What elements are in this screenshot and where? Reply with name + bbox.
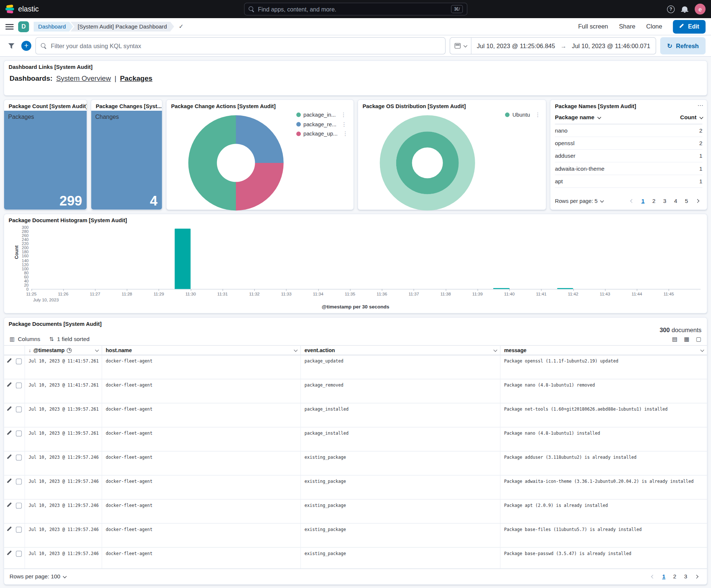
rows-per-page-selector[interactable]: Rows per page: 5: [555, 198, 603, 204]
calendar-dropdown-button[interactable]: [450, 38, 471, 54]
kql-search-box[interactable]: [36, 37, 445, 54]
page-number-button[interactable]: 4: [671, 196, 681, 206]
share-button[interactable]: Share: [619, 23, 635, 30]
page-number-button[interactable]: 1: [638, 196, 648, 206]
global-search-input[interactable]: [258, 6, 448, 12]
page-number-button[interactable]: 2: [649, 196, 659, 206]
rows-per-page-selector[interactable]: Rows per page: 100: [10, 574, 66, 580]
select-row-checkbox[interactable]: [16, 551, 22, 557]
count-cell: 1: [699, 178, 702, 184]
legend-item[interactable]: Ubuntu ⋮: [505, 111, 540, 118]
help-icon[interactable]: ?: [667, 5, 675, 13]
document-row[interactable]: Jul 10, 2023 @ 11:39:57.261 docker-fleet…: [4, 403, 707, 427]
checkmark-icon[interactable]: ✓: [179, 23, 184, 30]
package-name-cell: openssl: [555, 140, 575, 146]
table-row[interactable]: apt 1: [555, 175, 702, 188]
table-row[interactable]: nano 2: [555, 124, 702, 137]
legend-options-icon[interactable]: ⋮: [535, 111, 541, 118]
select-row-checkbox[interactable]: [16, 455, 22, 461]
legend-item[interactable]: package_up... ⋮: [296, 131, 348, 137]
select-row-checkbox[interactable]: [16, 479, 22, 485]
packages-link[interactable]: Packages: [120, 74, 153, 83]
histogram-bar[interactable]: [493, 288, 509, 289]
select-row-checkbox[interactable]: [16, 382, 22, 388]
legend-color-dot: [296, 113, 301, 117]
kql-input[interactable]: [51, 43, 440, 49]
elastic-home-link[interactable]: elastic: [6, 4, 39, 14]
date-range-end[interactable]: Jul 10, 2023 @ 11:46:00.071: [567, 43, 656, 49]
filter-icon[interactable]: [6, 40, 17, 52]
select-row-checkbox[interactable]: [16, 431, 22, 437]
user-avatar[interactable]: e: [695, 4, 705, 14]
package-name-cell: adwaita-icon-theme: [555, 166, 605, 172]
alerts-icon[interactable]: [682, 6, 688, 11]
legend-item[interactable]: package_in... ⋮: [296, 111, 348, 118]
document-row[interactable]: Jul 10, 2023 @ 11:29:57.246 docker-fleet…: [4, 524, 707, 548]
column-header-event-action[interactable]: event.action: [301, 346, 500, 355]
global-search-box[interactable]: ⌘/: [244, 3, 467, 15]
next-page-button[interactable]: [692, 196, 702, 206]
select-row-checkbox[interactable]: [16, 407, 22, 412]
table-row[interactable]: openssl 2: [555, 137, 702, 150]
expand-document-icon[interactable]: [7, 479, 13, 484]
expand-document-icon[interactable]: [7, 455, 13, 460]
select-row-checkbox[interactable]: [16, 527, 22, 533]
expand-document-icon[interactable]: [7, 358, 13, 364]
page-number-button[interactable]: 3: [681, 572, 691, 582]
legend-options-icon[interactable]: ⋮: [341, 111, 346, 118]
column-header-hostname[interactable]: host.name: [102, 346, 301, 355]
legend-options-icon[interactable]: ⋮: [343, 131, 348, 137]
page-number-button[interactable]: 2: [670, 572, 680, 582]
space-avatar[interactable]: D: [18, 21, 29, 32]
select-row-checkbox[interactable]: [16, 503, 22, 509]
display-options-icon[interactable]: ▦: [684, 336, 690, 343]
columns-button[interactable]: ▥ Columns: [10, 336, 40, 342]
page-number-button[interactable]: 5: [681, 196, 691, 206]
legend-options-icon[interactable]: ⋮: [341, 121, 347, 127]
os-donut-inner-ring[interactable]: [396, 131, 459, 194]
expand-document-icon[interactable]: [7, 431, 13, 436]
add-filter-button[interactable]: +: [21, 41, 31, 51]
document-row[interactable]: Jul 10, 2023 @ 11:39:57.261 docker-fleet…: [4, 427, 707, 451]
sort-fields-button[interactable]: ⇅ 1 field sorted: [49, 336, 90, 342]
column-header-message[interactable]: message: [501, 346, 707, 355]
menu-icon[interactable]: [6, 24, 14, 29]
breadcrumb-dashboard[interactable]: Dashboard: [34, 21, 73, 31]
date-range-start[interactable]: Jul 10, 2023 @ 11:25:06.845: [471, 43, 561, 49]
sort-package-name-header[interactable]: Package name: [555, 114, 600, 121]
previous-page-button[interactable]: [627, 196, 637, 206]
page-number-button[interactable]: 1: [659, 572, 669, 582]
legend-item[interactable]: package_re... ⋮: [296, 121, 348, 127]
document-row[interactable]: Jul 10, 2023 @ 11:29:57.246 docker-fleet…: [4, 451, 707, 475]
change-actions-donut[interactable]: [188, 115, 283, 210]
expand-document-icon[interactable]: [7, 527, 13, 532]
keyboard-shortcuts-icon[interactable]: ▤: [672, 336, 678, 343]
document-row[interactable]: Jul 10, 2023 @ 11:29:57.246 docker-fleet…: [4, 548, 707, 568]
clone-button[interactable]: Clone: [646, 23, 662, 30]
column-header-timestamp[interactable]: ↓ @timestamp: [25, 346, 102, 355]
expand-document-icon[interactable]: [7, 382, 13, 388]
refresh-button[interactable]: ↻ Refresh: [660, 37, 706, 54]
panel-options-icon[interactable]: ⋯: [697, 102, 703, 109]
system-overview-link[interactable]: System Overview: [56, 74, 111, 83]
sort-count-header[interactable]: Count: [680, 114, 702, 121]
table-row[interactable]: adwaita-icon-theme 1: [555, 163, 702, 175]
previous-page-button[interactable]: [648, 572, 658, 582]
fullscreen-icon[interactable]: ▢: [696, 336, 701, 343]
histogram-bar[interactable]: [557, 288, 573, 289]
expand-document-icon[interactable]: [7, 551, 13, 557]
table-row[interactable]: adduser 1: [555, 150, 702, 162]
expand-document-icon[interactable]: [7, 407, 13, 412]
histogram-plot[interactable]: [31, 228, 701, 290]
document-row[interactable]: Jul 10, 2023 @ 11:29:57.246 docker-fleet…: [4, 500, 707, 524]
page-number-button[interactable]: 3: [660, 196, 670, 206]
document-row[interactable]: Jul 10, 2023 @ 11:41:57.261 docker-fleet…: [4, 379, 707, 403]
document-row[interactable]: Jul 10, 2023 @ 11:41:57.261 docker-fleet…: [4, 355, 707, 379]
next-page-button[interactable]: [691, 572, 701, 582]
full-screen-button[interactable]: Full screen: [578, 23, 608, 30]
edit-button[interactable]: Edit: [673, 20, 706, 33]
document-row[interactable]: Jul 10, 2023 @ 11:29:57.246 docker-fleet…: [4, 475, 707, 500]
expand-document-icon[interactable]: [7, 503, 13, 508]
histogram-bar[interactable]: [175, 228, 191, 289]
select-row-checkbox[interactable]: [16, 358, 22, 364]
